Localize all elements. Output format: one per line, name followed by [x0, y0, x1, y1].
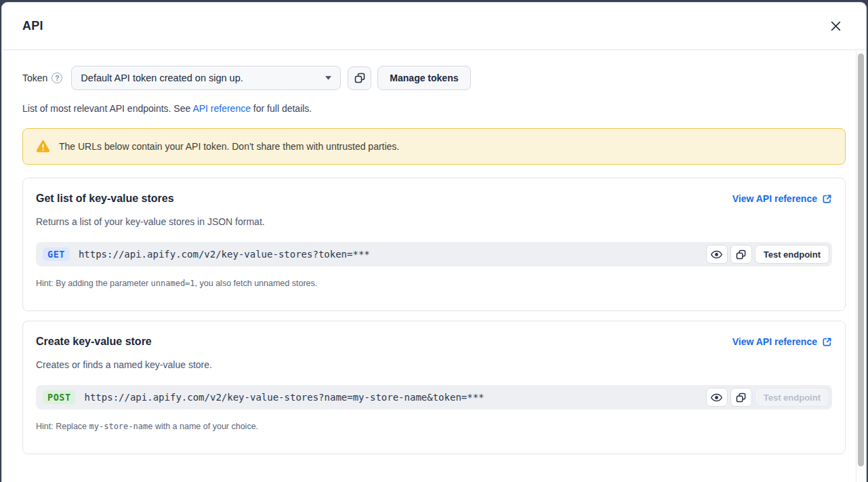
manage-tokens-button[interactable]: Manage tokens [377, 66, 470, 90]
copy-token-button[interactable] [348, 66, 371, 90]
help-icon[interactable]: ? [51, 73, 62, 83]
copy-icon [736, 393, 746, 403]
card-title: Create key-value store [36, 336, 152, 348]
hint-code: my-store-name [89, 422, 153, 431]
card-head: Create key-value store View API referenc… [36, 336, 832, 348]
hint-suffix: , you also fetch unnamed stores. [195, 279, 318, 288]
token-row: Token ? Default API token created on sig… [22, 66, 846, 90]
test-endpoint-button-disabled: Test endpoint [755, 388, 829, 407]
vertical-scrollbar[interactable] [856, 50, 866, 482]
copy-icon [736, 249, 746, 260]
reveal-token-button[interactable] [706, 388, 728, 407]
endpoint-bar: POST https://api.apify.com/v2/key-value-… [36, 385, 832, 409]
view-api-reference-label: View API reference [732, 336, 817, 347]
copy-icon [354, 73, 365, 83]
warning-icon [36, 140, 50, 153]
modal-body: Token ? Default API token created on sig… [2, 66, 866, 454]
close-icon [830, 20, 842, 32]
copy-url-button[interactable] [730, 245, 752, 264]
hint-suffix: with a name of your choice. [152, 422, 258, 431]
intro-before: List of most relevant API endpoints. See [22, 103, 192, 114]
warning-text: The URLs below contain your API token. D… [59, 141, 399, 152]
view-api-reference-link[interactable]: View API reference [732, 193, 832, 204]
http-method-badge: GET [43, 247, 70, 261]
card-hint: Hint: Replace my-store-name with a name … [36, 422, 832, 431]
card-description: Returns a list of your key-value stores … [36, 216, 832, 227]
close-button[interactable] [825, 16, 846, 37]
card-hint: Hint: By adding the parameter unnamed=1,… [36, 279, 832, 288]
external-link-icon [822, 194, 832, 204]
copy-url-button[interactable] [730, 388, 752, 407]
intro-text: List of most relevant API endpoints. See… [22, 103, 846, 114]
endpoint-url: https://api.apify.com/v2/key-value-store… [85, 392, 703, 403]
card-title: Get list of key-value stores [36, 193, 174, 205]
warning-banner: The URLs below contain your API token. D… [22, 128, 846, 165]
view-api-reference-label: View API reference [732, 193, 817, 204]
external-link-icon [822, 337, 832, 347]
endpoint-card-create-store: Create key-value store View API referenc… [22, 321, 846, 454]
view-api-reference-link[interactable]: View API reference [732, 336, 832, 347]
token-select[interactable]: Default API token created on sign up. [71, 66, 341, 90]
page-title: API [22, 19, 43, 33]
scrollbar-thumb[interactable] [858, 54, 864, 466]
endpoint-card-get-list: Get list of key-value stores View API re… [22, 178, 846, 311]
endpoint-url: https://api.apify.com/v2/key-value-store… [79, 249, 703, 260]
eye-icon [711, 249, 722, 260]
intro-after: for full details. [251, 103, 312, 114]
chevron-down-icon [325, 76, 331, 80]
card-description: Creates or finds a named key-value store… [36, 359, 832, 370]
token-label: Token [22, 73, 47, 83]
hint-code: unnamed=1 [151, 279, 195, 288]
api-reference-link[interactable]: API reference [192, 103, 251, 114]
modal-header: API [2, 3, 866, 50]
test-endpoint-button[interactable]: Test endpoint [755, 245, 829, 264]
hint-prefix: Hint: By adding the parameter [36, 279, 151, 288]
eye-icon [711, 392, 722, 403]
token-select-value: Default API token created on sign up. [81, 73, 243, 83]
hint-prefix: Hint: Replace [36, 422, 89, 431]
api-modal: API Token ? Default API token created on… [1, 2, 867, 482]
http-method-badge: POST [43, 390, 76, 404]
endpoint-bar: GET https://api.apify.com/v2/key-value-s… [36, 242, 832, 266]
page-background: { "colors": { "accent_blue": "#1a6ae8", … [0, 0, 868, 482]
card-head: Get list of key-value stores View API re… [36, 193, 832, 205]
reveal-token-button[interactable] [706, 245, 728, 264]
